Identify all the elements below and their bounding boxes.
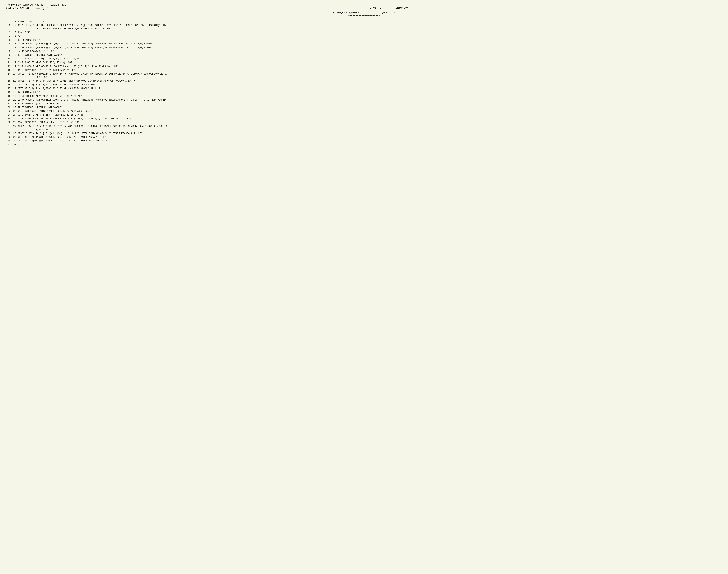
row-content: Н10=16,5*: [17, 31, 722, 34]
row-content: СТССУ Т.1 П,9-92(=11)' 0,696' 64,40' СТО…: [17, 72, 722, 79]
table-row: 220' ' ТП' с ' КРУТИЯ БАССЕАН С ВАННОЙ 2…: [6, 24, 722, 31]
row-content: Е8-76(А3.0,8)(А4.0,8)(А5.0,8)(Р1.8,8)(Р*…: [17, 46, 722, 49]
row-content: П2*ДОБАВЛЯЕТСЯ**: [17, 38, 722, 42]
doc-num-left: 294 -3- 56.90: [6, 7, 29, 10]
row-num1: 16: [6, 83, 11, 87]
page-number: - 317 -: [369, 7, 382, 10]
row-num1: 29: [6, 135, 11, 139]
row-num1: 13: [6, 69, 11, 72]
row-num2: 29: [11, 135, 17, 139]
row-num1: 17: [6, 87, 11, 90]
row-num2: 13: [11, 69, 17, 72]
table-row: 2525С140-11485*НР-НТ 06-13-01*ТО КЕ П,6-…: [6, 117, 722, 121]
row-num2: 18: [11, 90, 17, 94]
row-content: С140-11486*0Р-НТ 06-13-01*ТО КЕ#П;6-4' 1…: [17, 65, 722, 69]
table-row: 77Е8-76(А3.0,8)(А4.0,8)(А5.0,8)(Р1.8,8)(…: [6, 46, 722, 49]
table-row: 1818П2*ИСКЛЮЧАЕТСЯ**: [6, 90, 722, 94]
row-content: С140-8224*ССУ Т.1П;2-2(ВП)' 0,0023,3' 21…: [17, 121, 722, 124]
header-second-row: 294 -3- 56.90 an 9, 3 - 317 - 24866-11: [6, 7, 722, 10]
table-row: 2626С140-8224*ССУ Т.1П;2-2(ВП)' 0,0023,3…: [6, 121, 722, 124]
table-row: 1515СТССУ Т.1Т,4,Т6,3+[*П.1(=11)' 0,012'…: [6, 79, 722, 83]
row-num2: 3: [11, 31, 17, 34]
row-num1: 27: [6, 124, 11, 132]
table-row: 2929СТТО КЕ*П;2(=11)(ВН)' 0,017' 239' ТО…: [6, 135, 722, 139]
row-num1: 4: [6, 35, 11, 38]
row-content: СТТО КЕ*П;2(=11)' 0,017' 239' ТО КЕ ИЗ С…: [17, 83, 722, 87]
row-content: С140-8232*ССУ Т.1П;2-12' 8,23,(27+19)' 2…: [17, 57, 722, 61]
row-num2: 27: [11, 124, 17, 132]
row-num1: 8: [6, 49, 11, 53]
row-num1: 23: [6, 109, 11, 113]
row-content: СТТО КЕ*П;2(=11)(ВН)' 0,017' 239' ТО КЕ …: [17, 135, 722, 139]
row-num1: 12: [6, 65, 11, 69]
table-row: 99П2*СТОИМОСТЬ МЕСТНЫХ МАТЕРИАЛОВ**: [6, 53, 722, 57]
header-top-row: ПРОГРАММНЫЙ КОМПЛЕКС АВС-ЗЕС ( РЕДАКЦИЯ …: [6, 4, 722, 6]
row-num2: 22: [11, 106, 17, 109]
table-row: 1616СТТО КЕ*П;2(=11)' 0,017' 239' ТО КЕ …: [6, 83, 722, 87]
row-content: СТТО КЕ*П;6(=11)(ВН)' 0,007' 321' ТО КЕ …: [17, 139, 722, 143]
row-num2: 25: [11, 117, 17, 121]
row-content: С140-8232*ССУ Т.1П;2-12(ВН)' 0,23,(22,42…: [17, 109, 722, 113]
row-content: С140-8466*ТО КЕ П;6-1(ВН)' 270,(22,42+15…: [17, 113, 722, 117]
row-content: Е7-127(РМ8224)#9-1-1,8(ВП)' 3*: [17, 102, 722, 106]
row-content: СТТО КЕ*П;6(=11)' 0,000' 321' ТО КЕ ИЗ С…: [17, 87, 722, 90]
table-row: 88Е7-127(РМ8224)#9-1-1,8' 3*: [6, 49, 722, 53]
row-content: С140-8466*ТО КЕ#П;6-1' 270,(27+19)' 680*: [17, 61, 722, 65]
row-num2: 6: [11, 42, 17, 46]
row-num2: 7: [11, 46, 17, 49]
row-num1: 26: [6, 121, 11, 124]
row-num2: 16: [11, 83, 17, 87]
table-row: 33Н10=16,5*: [6, 31, 722, 34]
row-content: С140-8224*ССУ Т.1 П,2-2' 0,0023,3' 21,90…: [17, 69, 722, 72]
row-num2: 14: [11, 72, 17, 79]
row-num2: 30: [11, 139, 17, 143]
table-row: 2020Е8-76(А3.0,9)(А4.0,9)(А5.0,9)(Р1.0,9…: [6, 98, 722, 102]
row-num1: 9: [6, 53, 11, 57]
row-num1: 7: [6, 46, 11, 49]
table-row: 11930160' H0' ' ' 1i0' ' ' ' ' *: [6, 20, 722, 24]
row-num1: 22: [6, 106, 11, 109]
row-num2: 2: [11, 24, 17, 31]
row-num1: 30: [6, 139, 11, 143]
row-num2: 9: [11, 53, 17, 57]
row-content: Е7-127(РМ8224)#9-1-1,8' 3*: [17, 49, 722, 53]
row-num1: 2: [6, 24, 11, 31]
row-num2: 15: [11, 79, 17, 83]
row-num1: 15: [6, 79, 11, 83]
row-content: СТССУ Т.1Т,4,Т6,3+[*П.1(=11)' 0,012' 229…: [17, 79, 722, 83]
separator-line: *===================*: [6, 14, 722, 17]
row-num1: 18: [6, 90, 11, 94]
row-num2: 20: [11, 98, 17, 102]
row-content: Е8-76(А3.0,9)(А4.0,9)(А5.0,9)(Р1.0,9)(РМ…: [17, 98, 722, 102]
row-num1: 19: [6, 94, 11, 98]
table-row: 2727СТССУ Т.1п,9-92(=11)(ВН)' 0,319' 64,…: [6, 124, 722, 132]
row-num1: 25: [6, 117, 11, 121]
table-row: 66Е8-76(А3.0,9)(А4.0,9)(А5.0,9)(Р1.0,9)(…: [6, 42, 722, 46]
table-row: 1111С140-8466*ТО КЕ#П;6-1' 270,(27+19)' …: [6, 61, 722, 65]
program-label: ПРОГРАММНЫЙ КОМПЛЕКС АВС-ЗЕС ( РЕДАКЦИЯ …: [6, 4, 69, 6]
table-row: 2828СТССУ Т.1Т,4,Т6,3+[*П.1(=11)(ЗН)' 1,…: [6, 132, 722, 135]
row-content: Е8-76(РМ8232)(РМ11405)(РМ8466)#9-3(ВП)' …: [17, 94, 722, 98]
row-num2: 28: [11, 132, 17, 135]
row-num2: 11: [11, 61, 17, 65]
doc-center: an 9, 3: [36, 7, 48, 10]
row-num2: 23: [11, 109, 17, 113]
table-row: 1919Е8-76(РМ8232)(РМ11405)(РМ8466)#9-3(В…: [6, 94, 722, 98]
table-row: 1010С140-8232*ССУ Т.1П;2-12' 8,23,(27+19…: [6, 57, 722, 61]
row-num2: 17: [11, 87, 17, 90]
table-row: 3030СТТО КЕ*П;6(=11)(ВН)' 0,007' 321' ТО…: [6, 139, 722, 143]
row-num1: 6: [6, 42, 11, 46]
row-num2: 19: [11, 94, 17, 98]
table-row: 55П2*ДОБАВЛЯЕТСЯ**: [6, 38, 722, 42]
row-num1: 20: [6, 98, 11, 102]
row-num2: 4: [11, 35, 17, 38]
row-num1: 10: [6, 57, 11, 61]
row-content: С140-11485*НР-НТ 06-13-01*ТО КЕ П,6-4(ВТ…: [17, 117, 722, 121]
row-content: СТССУ Т.1п,9-92(=11)(ВН)' 0,319' 64,40' …: [17, 124, 722, 132]
table-row: 3131К*: [6, 143, 722, 147]
section-info: (п.к.* 1): [382, 11, 395, 14]
content-table: 11930160' H0' ' ' 1i0' ' ' ' ' *220' ' Т…: [6, 20, 722, 147]
table-row: 1414СТССУ Т.1 П,9-92(=11)' 0,696' 64,40'…: [6, 72, 722, 79]
table-row: 1212С140-11486*0Р-НТ 06-13-01*ТО КЕ#П;6-…: [6, 65, 722, 69]
row-num2: 5: [11, 38, 17, 42]
